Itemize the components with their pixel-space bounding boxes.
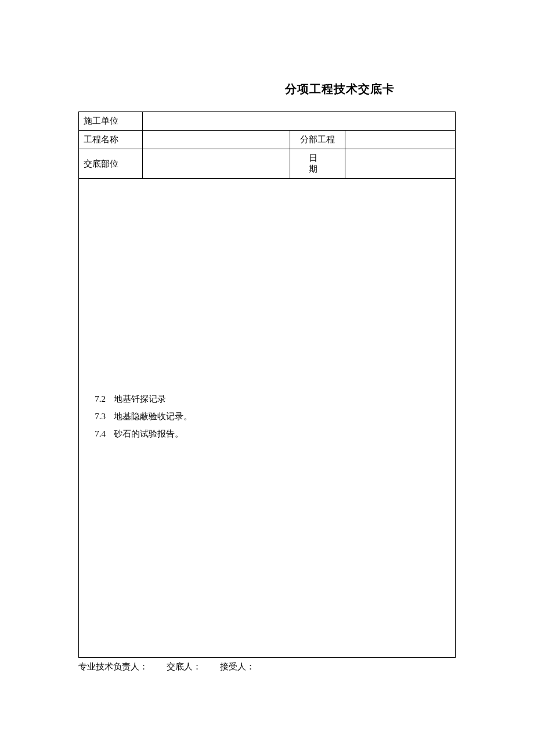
content-text: 地基隐蔽验收记录。 [114,409,192,423]
footer: 专业技术负责人： 交底人： 接受人： [78,661,456,672]
value-date [345,149,456,179]
value-disclosure-part [142,149,290,179]
value-construction-unit [142,112,455,131]
content-cell: 7.2 地基钎探记录 7.3 地基隐蔽验收记录。 7.4 砂石的试验报告。 [79,179,456,658]
content-item: 7.3 地基隐蔽验收记录。 [84,409,450,423]
content-num: 7.3 [84,409,106,423]
label-construction-unit: 施工单位 [79,112,143,131]
label-project-name: 工程名称 [79,131,143,149]
footer-responsible: 专业技术负责人： [78,661,148,672]
row-content: 7.2 地基钎探记录 7.3 地基隐蔽验收记录。 7.4 砂石的试验报告。 [79,179,456,658]
main-table: 施工单位 工程名称 分部工程 交底部位 日 期 7.2 地基钎探记录 7.3 [78,111,456,658]
footer-disclosure: 交底人： [167,661,201,672]
footer-receiver: 接受人： [220,661,255,672]
document-title: 分项工程技术交底卡 [223,81,456,97]
content-text: 砂石的试验报告。 [114,427,183,441]
row-construction-unit: 施工单位 [79,112,456,131]
row-project-name: 工程名称 分部工程 [79,131,456,149]
value-subproject [345,131,456,149]
content-num: 7.2 [84,392,106,406]
label-subproject: 分部工程 [290,131,345,149]
content-item: 7.4 砂石的试验报告。 [84,427,450,441]
label-disclosure-part: 交底部位 [79,149,143,179]
content-num: 7.4 [84,427,106,441]
content-item: 7.2 地基钎探记录 [84,392,450,406]
label-date: 日 期 [290,149,345,179]
row-disclosure-part: 交底部位 日 期 [79,149,456,179]
content-text: 地基钎探记录 [114,392,166,406]
value-project-name [142,131,290,149]
